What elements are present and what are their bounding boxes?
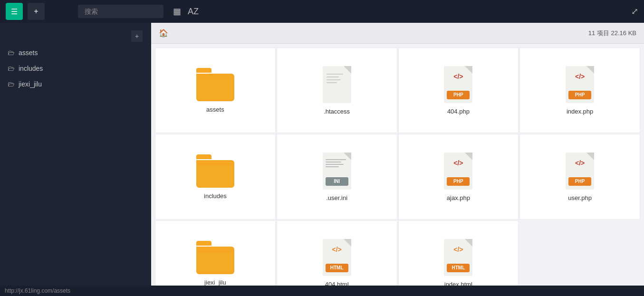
file-card[interactable]: </> PHP user.php bbox=[519, 134, 640, 220]
sidebar-add-button[interactable]: + bbox=[131, 30, 143, 42]
sidebar-item-label: assets bbox=[19, 49, 38, 57]
sidebar: + 🗁 assets 🗁 includes 🗁 jiexi_jilu bbox=[0, 23, 151, 286]
file-name: 404.html bbox=[325, 281, 349, 286]
file-name: index.html bbox=[444, 281, 472, 286]
file-card[interactable]: </> PHP index.php bbox=[519, 48, 640, 133]
sidebar-item-jiexi-jilu[interactable]: 🗁 jiexi_jilu bbox=[0, 76, 151, 92]
sidebar-item-assets[interactable]: 🗁 assets bbox=[0, 45, 151, 60]
file-name: 404.php bbox=[447, 108, 470, 115]
file-name: .user.ini bbox=[326, 194, 347, 201]
sort-icon[interactable]: AZ bbox=[188, 7, 199, 17]
content-area: 🏠 11 项目 22.16 KB assets .htaccess </> PH… bbox=[151, 23, 644, 286]
menu-button[interactable]: ☰ bbox=[6, 3, 23, 20]
file-name: user.php bbox=[568, 194, 592, 201]
header: ☰ + ▦ AZ ⤢ bbox=[0, 0, 644, 23]
file-grid: assets .htaccess </> PHP 404.php </> PHP… bbox=[151, 44, 644, 286]
menu-icon: ☰ bbox=[11, 7, 18, 16]
main-layout: + 🗁 assets 🗁 includes 🗁 jiexi_jilu 🏠 11 … bbox=[0, 23, 644, 286]
expand-icon[interactable]: ⤢ bbox=[631, 6, 638, 17]
file-card[interactable]: jiexi_jilu bbox=[155, 220, 276, 286]
file-name: index.php bbox=[567, 108, 593, 115]
file-name: .htaccess bbox=[324, 108, 350, 115]
file-card[interactable]: INI .user.ini bbox=[277, 134, 397, 220]
status-bar: http://jx.61ling.com/assets bbox=[0, 286, 644, 296]
item-count: 11 项目 22.16 KB bbox=[588, 29, 636, 38]
file-card[interactable]: </> PHP 404.php bbox=[398, 48, 519, 133]
file-card[interactable]: </> HTML 404.html bbox=[277, 220, 397, 286]
sidebar-top: + bbox=[0, 28, 151, 45]
folder-icon: 🗁 bbox=[8, 48, 15, 57]
file-card[interactable]: .htaccess bbox=[277, 48, 397, 133]
home-icon[interactable]: 🏠 bbox=[159, 29, 168, 38]
search-input[interactable] bbox=[78, 5, 163, 18]
header-icons: ▦ AZ bbox=[173, 6, 199, 17]
add-button[interactable]: + bbox=[28, 3, 45, 20]
folder-icon: 🗁 bbox=[8, 80, 15, 88]
file-name: assets bbox=[206, 106, 224, 113]
sidebar-item-label: jiexi_jilu bbox=[19, 80, 42, 88]
file-card[interactable]: assets bbox=[155, 48, 276, 133]
sidebar-item-includes[interactable]: 🗁 includes bbox=[0, 60, 151, 76]
file-name: jiexi_jilu bbox=[204, 279, 226, 286]
file-card[interactable]: </> HTML index.html bbox=[398, 220, 519, 286]
file-card[interactable]: includes bbox=[155, 134, 276, 220]
folder-icon: 🗁 bbox=[8, 64, 15, 72]
file-name: ajax.php bbox=[447, 194, 470, 201]
sidebar-item-label: includes bbox=[19, 65, 43, 72]
file-card[interactable]: </> PHP ajax.php bbox=[398, 134, 519, 220]
add-icon: + bbox=[34, 7, 38, 16]
status-url: http://jx.61ling.com/assets bbox=[5, 287, 70, 294]
grid-view-icon[interactable]: ▦ bbox=[173, 6, 181, 17]
content-toolbar: 🏠 11 项目 22.16 KB bbox=[151, 23, 644, 44]
file-name: includes bbox=[204, 192, 227, 200]
